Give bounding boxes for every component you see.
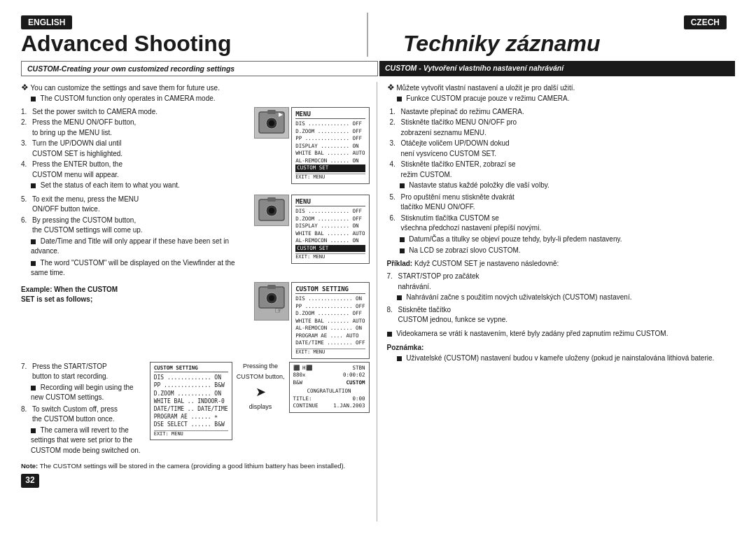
camera-img-3: ☞ [254,282,289,321]
menu-box-3: CUSTOM SETTING DIS .............. ON PP … [291,282,369,359]
col-english: ❖ You can customize the settings and sav… [21,82,377,521]
page-num-box: 32 [21,474,370,488]
custom-setting-box: CUSTOM SETTING DIS ............. ON PP .… [150,362,232,441]
cz-step-6: 6. Stisknutím tlačítka CUSTOM se všechna… [390,213,736,234]
english-intro: ❖ You can customize the settings and sav… [21,82,370,104]
example-block: Example: When the CUSTOM SET is set as f… [21,285,250,305]
czech-steps: 1. Nastavte přepínač do režimu CAMERA. 2… [390,107,736,256]
step-3: 3. Turn the UP/DOWN dial until CUSTOM SE… [21,139,250,159]
bullet-icon-cz [397,97,402,101]
note-text: The CUSTOM settings will be stored in th… [40,462,346,470]
priklad-block: Příklad: Když CUSTOM SET je nastaveno ná… [387,259,736,269]
pressing-label: Pressing the CUSTOM button, ➤ displays [237,362,285,412]
step-7: 7. Press the START/STOP button to start … [21,362,146,382]
svg-point-8 [269,208,274,213]
diamond-icon: ❖ [21,83,29,92]
menu-images-col: ▶ MENU DIS ............. OFF D.ZOOM ....… [254,107,369,192]
svg-point-12 [269,295,274,301]
bullet-icon [397,356,402,361]
cz-step-6-sub2: Na LCD se zobrazí slovo CUSTOM. [400,246,736,256]
content-area: ❖ You can customize the settings and sav… [21,82,735,521]
bullet-icon [31,261,36,266]
viewfinder-box: ⬛ H⬛ STBN 880x 0:00:02 B&W CUSTOM [289,362,370,413]
example-text: Example: When the CUSTOM SET is set as f… [21,282,250,359]
page: ENGLISH Advanced Shooting CZECH Techniky… [0,0,756,534]
step-8-sub: The camera will revert to the settings t… [31,426,146,456]
czech-outro: Videokamera se vrátí k nastavením, které… [387,329,736,339]
example-title: Example: When the CUSTOM SET is set as f… [21,286,118,304]
cz-step-7: 7. START/STOP pro začátek nahrávání. [387,272,736,292]
svg-rect-1 [267,110,276,114]
camera-img-2 [254,195,289,226]
title-english: Advanced Shooting [21,31,360,57]
priklad-label: Příklad: [387,260,413,267]
bullet-icon [400,183,405,188]
english-intro-text: You can customize the settings and save … [31,84,220,92]
example-row: Example: When the CUSTOM SET is set as f… [21,282,370,359]
bullet-icon [400,237,405,242]
step-6-sub1: Date/Time and Title will only appear if … [31,237,250,257]
czech-intro-sub: Funkce CUSTOM pracuje pouze v režimu CAM… [397,94,736,104]
bullet-icon [31,428,36,433]
steps-5-6-row: 5. To exit the menu, press the MENU ON/O… [21,195,370,280]
camera-img-1: ▶ [254,107,289,139]
section-bar-right: CUSTOM - Vytvoření vlastního nastavení n… [379,61,735,76]
step-5: 5. To exit the menu, press the MENU ON/O… [21,195,250,215]
menu-title-2: MENU [295,197,365,207]
priklad-text: Když CUSTOM SET je nastaveno následovně: [414,260,559,267]
title-czech: Techniky záznamu [396,31,735,57]
steps-7-8-row: 7. Press the START/STOP button to start … [21,362,370,458]
menu-title-1: MENU [295,110,365,120]
step-4-sub: Set the status of each item to what you … [31,181,250,191]
bullet-icon [397,295,402,300]
poznamka-block: Poznámka: Uživatelské (CUSTOM) nastavení… [387,343,736,363]
note-block: Note: The CUSTOM settings will be stored… [21,461,370,471]
bullet-icon [31,97,36,101]
steps-1-4-row: 1. Set the power switch to CAMERA mode. … [21,107,370,192]
menu-img-1-row: ▶ MENU DIS ............. OFF D.ZOOM ....… [254,107,369,184]
section-bar: CUSTOM-Creating your own customized reco… [21,61,735,76]
english-badge: ENGLISH [21,15,72,29]
svg-text:☞: ☞ [274,304,284,316]
cz-step-7-sub: Nahrávání začne s použitím nových uživat… [397,293,736,303]
steps-5-6-text: 5. To exit the menu, press the MENU ON/O… [21,195,250,280]
svg-rect-10 [267,285,276,289]
bullet-icon [387,332,392,337]
bullet-icon [31,183,36,188]
custom-view-row: CUSTOM SETTING DIS ............. ON PP .… [150,362,370,441]
step-6: 6. By pressing the CUSTOM button, the CU… [21,216,250,236]
menu-img-2-row: MENU DIS ............. OFF D.ZOOM ......… [254,195,369,264]
custom-view-boxes: CUSTOM SETTING DIS ............. ON PP .… [150,362,370,458]
english-intro-sub: The CUSTOM function only operates in CAM… [31,94,370,104]
menu-box-2: MENU DIS ............. OFF D.ZOOM ......… [291,195,369,264]
cz-step-4-sub: Nastavte status každé položky dle vaší v… [400,181,736,191]
cz-step-8-block: 8. Stiskněte tlačítko CUSTOM jednou, fun… [387,305,736,325]
menu-box-1: MENU DIS ............. OFF D.ZOOM ......… [291,107,369,184]
bullet-icon [31,239,36,244]
poznamka-label: Poznámka: [387,343,736,353]
bullet-icon [31,386,36,391]
step-2: 2. Press the MENU ON/OFF button, to brin… [21,118,250,138]
cz-step-3: 3. Otáčejte voličem UP/DOWN dokud není v… [390,139,736,159]
menu-images-col-2: MENU DIS ............. OFF D.ZOOM ......… [254,195,369,280]
bullet-icon [400,248,405,253]
header-row: ENGLISH Advanced Shooting CZECH Techniky… [21,13,735,57]
step-4: 4. Press the ENTER button, the CUSTOM me… [21,160,250,180]
steps-1-4-text: 1. Set the power switch to CAMERA mode. … [21,107,250,192]
cz-step-4: 4. Stiskněte tlačítko ENTER, zobrazí se … [390,160,736,180]
header-left: ENGLISH Advanced Shooting [21,13,360,57]
step-6-sub2: The word "CUSTOM" will be displayed on t… [31,258,250,279]
svg-rect-6 [267,197,276,202]
header-right: CZECH Techniky záznamu [375,13,735,57]
svg-point-3 [269,120,274,126]
steps-7-8-text: 7. Press the START/STOP button to start … [21,362,146,458]
page-number: 32 [21,474,39,488]
cz-step-8: 8. Stiskněte tlačítko CUSTOM jednou, fun… [387,305,736,325]
cz-step-1: 1. Nastavte přepínač do režimu CAMERA. [390,107,736,118]
cz-step-5: 5. Pro opuštění menu stiskněte dvakrát t… [390,192,736,213]
czech-badge: CZECH [684,15,727,29]
header-divider [367,13,368,57]
step-8: 8. To switch Custom off, press the CUSTO… [21,405,146,425]
step-1: 1. Set the power switch to CAMERA mode. [21,107,250,118]
cz-step-7-block: 7. START/STOP pro začátek nahrávání. Nah… [387,272,736,303]
